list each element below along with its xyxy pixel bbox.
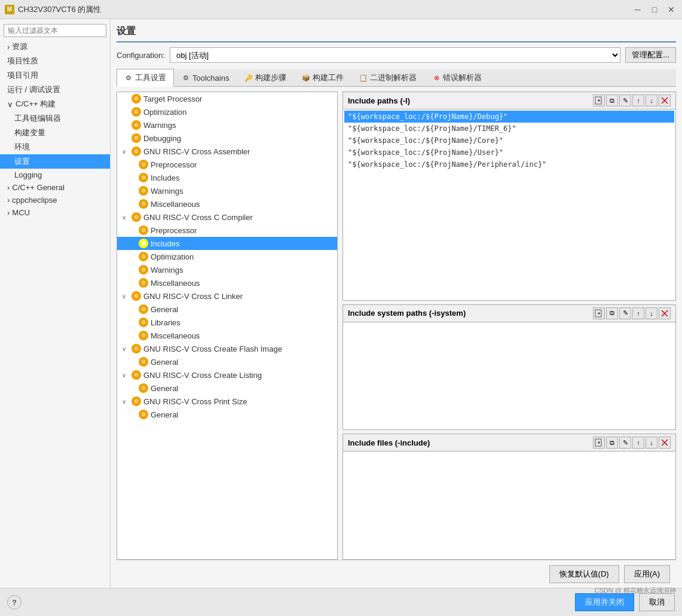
include-paths-copy-btn[interactable]: ⧉ — [606, 94, 618, 106]
sidebar-item-c-cpp-general[interactable]: › C/C++ General — [0, 181, 110, 194]
dialog-bottom: ? 应用并关闭 取消 — [0, 588, 682, 616]
include-system-up-btn[interactable]: ↑ — [632, 307, 644, 319]
tab-toolchains-label: Toolchains — [192, 74, 229, 83]
sidebar-item-logging[interactable]: Logging — [0, 169, 110, 181]
tree-item-gnu-risc-asm[interactable]: ∨ ⚙ GNU RISC-V Cross Assembler — [117, 145, 337, 158]
tree-item-warnings[interactable]: ⚙ Warnings — [117, 118, 337, 132]
sidebar-label-cppcheclipse: cppcheclipse — [12, 196, 57, 205]
tab-tool-settings-label: 工具设置 — [135, 72, 166, 83]
tree-item-c-optimization[interactable]: ⚙ Optimization — [117, 250, 337, 263]
sidebar-filter-input[interactable] — [4, 24, 106, 37]
apply-button[interactable]: 应用(A) — [624, 565, 670, 583]
include-system-copy-btn[interactable]: ⧉ — [606, 307, 618, 319]
sidebar-item-run-debug[interactable]: 运行 / 调试设置 — [0, 83, 110, 97]
tree-item-asm-preprocessor[interactable]: ⚙ Preprocessor — [117, 158, 337, 171]
maximize-button[interactable]: □ — [649, 4, 660, 16]
tab-build-artifacts[interactable]: 📦 构建工件 — [294, 69, 351, 86]
tree-label-linker-libraries: Libraries — [151, 318, 181, 327]
sidebar-item-env[interactable]: 环境 — [0, 140, 110, 154]
tree-label-c-includes: Includes — [151, 239, 179, 248]
include-path-item-0[interactable]: "${workspace_loc:/${ProjName}/Debug}" — [344, 111, 674, 123]
tree-label-asm-misc: Miscellaneous — [151, 200, 200, 209]
include-path-item-3[interactable]: "${workspace_loc:/${ProjName}/User}" — [344, 147, 674, 158]
tree-label-asm-warnings: Warnings — [151, 187, 183, 196]
tree-item-linker-general[interactable]: ⚙ General — [117, 303, 337, 316]
tab-error-parsers[interactable]: ⊗ 错误解析器 — [424, 69, 490, 86]
tree-item-c-preprocessor[interactable]: ⚙ Preprocessor — [117, 224, 337, 237]
help-button[interactable]: ? — [7, 595, 22, 609]
close-button[interactable]: ✕ — [665, 4, 677, 16]
include-system-add-btn[interactable] — [593, 307, 605, 319]
tree-item-print-general[interactable]: ⚙ General — [117, 408, 337, 421]
include-files-copy-btn[interactable]: ⧉ — [606, 437, 618, 449]
tree-label-c-preprocessor: Preprocessor — [151, 226, 197, 235]
config-select[interactable]: obj [活动] — [170, 47, 620, 63]
tree-item-debugging[interactable]: ⚙ Debugging — [117, 132, 337, 145]
tree-item-flash-general[interactable]: ⚙ General — [117, 355, 337, 368]
tab-tool-settings[interactable]: ⚙ 工具设置 — [117, 69, 174, 87]
tree-icon-debugging: ⚙ — [131, 133, 141, 143]
include-paths-up-btn[interactable]: ↑ — [632, 94, 644, 106]
minimize-button[interactable]: ─ — [632, 4, 644, 16]
sidebar-label-build-vars: 构建变量 — [14, 127, 45, 138]
tree-item-asm-misc[interactable]: ⚙ Miscellaneous — [117, 197, 337, 211]
include-system-edit-btn[interactable]: ✎ — [619, 307, 631, 319]
apply-close-button[interactable]: 应用并关闭 — [575, 593, 634, 611]
manage-config-button[interactable]: 管理配置... — [625, 47, 676, 63]
sidebar-item-project-ref[interactable]: 项目引用 — [0, 68, 110, 83]
tree-item-c-warnings[interactable]: ⚙ Warnings — [117, 263, 337, 276]
include-paths-down-btn[interactable]: ↓ — [646, 94, 657, 106]
tree-item-asm-includes[interactable]: ⚙ Includes — [117, 171, 337, 184]
sidebar-item-resources[interactable]: › 资源 — [0, 39, 110, 54]
include-files-down-btn[interactable]: ↓ — [646, 437, 657, 449]
sidebar-arrow-c-cpp-build: ∨ — [7, 100, 13, 109]
tree-label-optimization: Optimization — [143, 108, 186, 117]
tree-item-gnu-risc-c-compiler[interactable]: ∨ ⚙ GNU RISC-V Cross C Compiler — [117, 211, 337, 224]
tree-item-linker-misc[interactable]: ⚙ Miscellaneous — [117, 329, 337, 342]
sidebar-item-c-cpp-build[interactable]: ∨ C/C++ 构建 — [0, 97, 110, 111]
tree-item-gnu-risc-c-linker[interactable]: ∨ ⚙ GNU RISC-V Cross C Linker — [117, 289, 337, 303]
include-paths-add-btn[interactable] — [593, 94, 605, 106]
tree-item-gnu-risc-flash[interactable]: ∨ ⚙ GNU RISC-V Cross Create Flash Image — [117, 342, 337, 355]
sidebar-label-logging: Logging — [14, 170, 42, 179]
include-path-item-4[interactable]: "${workspace_loc:/${ProjName}/Peripheral… — [344, 158, 674, 170]
sidebar-item-mcu[interactable]: › MCU — [0, 206, 110, 219]
tree-icon-c-warnings: ⚙ — [139, 265, 148, 275]
tree-label-debugging: Debugging — [143, 134, 181, 143]
include-paths-delete-btn[interactable] — [659, 94, 671, 106]
include-system-down-btn[interactable]: ↓ — [646, 307, 657, 319]
include-path-item-2[interactable]: "${workspace_loc:/${ProjName}/Core}" — [344, 135, 674, 147]
sidebar-item-build-vars[interactable]: 构建变量 — [0, 126, 110, 140]
sidebar-item-settings[interactable]: 设置 — [0, 154, 110, 169]
tree-item-linker-libraries[interactable]: ⚙ Libraries — [117, 316, 337, 329]
sidebar-item-project-props[interactable]: 项目性质 — [0, 54, 110, 68]
include-files-up-btn[interactable]: ↑ — [632, 437, 644, 449]
include-path-item-1[interactable]: "${workspace_loc:/${ProjName}/TIMER_6}" — [344, 123, 674, 135]
delete-icon-sys — [661, 310, 668, 317]
tree-item-optimization[interactable]: ⚙ Optimization — [117, 105, 337, 118]
restore-defaults-button[interactable]: 恢复默认值(D) — [549, 565, 619, 583]
panel-include-system: Include system paths (-isystem) ⧉ ✎ ↑ ↓ — [342, 304, 676, 431]
sidebar-label-mcu: MCU — [12, 208, 30, 217]
tree-item-listing-general[interactable]: ⚙ General — [117, 382, 337, 395]
sidebar-item-cppcheclipse[interactable]: › cppcheclipse — [0, 194, 110, 206]
tree-item-c-misc[interactable]: ⚙ Miscellaneous — [117, 276, 337, 289]
binary-parsers-icon: 📋 — [359, 74, 368, 82]
include-system-delete-btn[interactable] — [659, 307, 671, 319]
tree-item-gnu-risc-listing[interactable]: ∨ ⚙ GNU RISC-V Cross Create Listing — [117, 368, 337, 382]
tree-item-gnu-risc-print[interactable]: ∨ ⚙ GNU RISC-V Cross Print Size — [117, 395, 337, 408]
sidebar-label-resources: 资源 — [12, 41, 27, 52]
include-paths-edit-btn[interactable]: ✎ — [619, 94, 631, 106]
include-files-add-btn[interactable] — [593, 437, 605, 449]
tab-binary-parsers[interactable]: 📋 二进制解析器 — [351, 69, 424, 86]
tab-toolchains[interactable]: ⚙ Toolchains — [174, 69, 237, 86]
cancel-button[interactable]: 取消 — [639, 593, 675, 611]
tab-build-steps[interactable]: 🔑 构建步骤 — [237, 69, 294, 86]
titlebar: M CH32V307VCT6 的属性 ─ □ ✕ — [0, 0, 682, 19]
tree-item-c-includes[interactable]: ⚙ Includes — [117, 237, 337, 250]
tree-item-asm-warnings[interactable]: ⚙ Warnings — [117, 184, 337, 197]
sidebar-item-toolchain-editor[interactable]: 工具链编辑器 — [0, 111, 110, 126]
include-files-edit-btn[interactable]: ✎ — [619, 437, 631, 449]
include-files-delete-btn[interactable] — [659, 437, 671, 449]
tree-item-target-processor[interactable]: ⚙ Target Processor — [117, 92, 337, 105]
